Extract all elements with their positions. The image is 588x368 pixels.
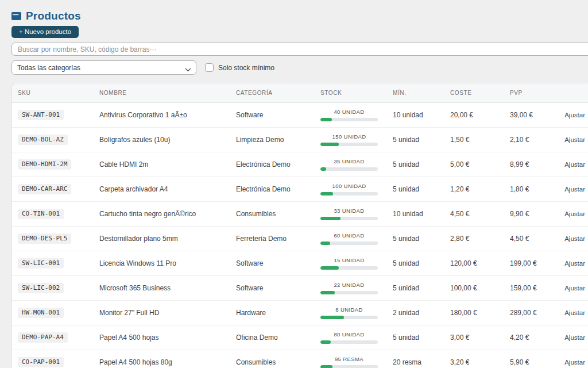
product-category: Consumibles	[230, 201, 315, 226]
product-category: Software	[230, 251, 315, 275]
pvp-value: 8,99 €	[504, 152, 556, 177]
stock-progress-fill	[320, 266, 339, 270]
pvp-value: 2,10 €	[504, 127, 556, 152]
product-name: Papel A4 500 hojas 80g	[94, 350, 230, 368]
adjust-button[interactable]: Ajustar	[564, 309, 585, 316]
stock-progress-fill	[320, 167, 326, 171]
table-row: DEMO-HDMI-2M Cable HDMI 2m Electrónica D…	[12, 152, 588, 177]
adjust-button[interactable]: Ajustar	[564, 112, 585, 118]
stock-progress-fill	[320, 118, 332, 121]
sku-badge: DEMO-HDMI-2M	[18, 159, 71, 170]
adjust-button[interactable]: Ajustar	[564, 161, 585, 168]
products-box-icon	[11, 12, 21, 20]
cost-value: 180,00 €	[444, 300, 504, 325]
stock-progress-track	[320, 291, 378, 294]
product-category: Electrónica Demo	[230, 152, 315, 177]
table-row: DEMO-CAR-ARC Carpeta archivador A4 Elect…	[12, 177, 588, 201]
stock-label: 8 UNIDAD	[320, 306, 378, 313]
stock-min-label[interactable]: Solo stock mínimo	[218, 64, 274, 72]
min-stock-value: 2 unidad	[387, 300, 444, 325]
stock-label: 15 UNIDAD	[320, 257, 378, 263]
stock-cell: 8 UNIDAD	[320, 306, 378, 319]
stock-progress-fill	[320, 192, 333, 195]
product-name: Papel A4 500 hojas	[94, 325, 230, 350]
min-stock-value: 5 unidad	[387, 177, 444, 201]
adjust-button[interactable]: Ajustar	[564, 334, 585, 341]
stock-cell: 15 UNIDAD	[320, 257, 378, 270]
stock-cell: 80 UNIDAD	[320, 331, 378, 344]
cost-value: 3,00 €	[444, 325, 504, 350]
product-name: Destornillador plano 5mm	[94, 226, 230, 251]
adjust-button[interactable]: Ajustar	[564, 235, 585, 242]
stock-progress-fill	[320, 365, 332, 368]
products-table: SKU NOMBRE CATEGORÍA STOCK MÍN. COSTE PV…	[12, 83, 588, 368]
table-row: CO-PAP-001 Papel A4 500 hojas 80g Consum…	[12, 350, 588, 368]
stock-min-filter: Solo stock mínimo	[205, 63, 274, 72]
adjust-button[interactable]: Ajustar	[564, 359, 585, 366]
col-header-sku: SKU	[12, 83, 94, 102]
product-name: Licencia Windows 11 Pro	[94, 251, 230, 275]
page-header: Productos	[11, 10, 588, 22]
table-row: HW-MON-001 Monitor 27" Full HD Hardware …	[12, 300, 588, 325]
adjust-button[interactable]: Ajustar	[564, 210, 585, 217]
col-header-coste: COSTE	[444, 83, 504, 102]
product-name: Cable HDMI 2m	[94, 152, 230, 177]
cost-value: 20,00 €	[444, 102, 504, 127]
cost-value: 1,50 €	[444, 127, 504, 152]
stock-label: 80 UNIDAD	[320, 331, 378, 338]
product-category: Hardware	[230, 300, 315, 325]
pvp-value: 1,80 €	[504, 177, 556, 201]
stock-progress-fill	[320, 316, 344, 319]
pvp-value: 4,20 €	[504, 325, 556, 350]
stock-cell: 150 UNIDAD	[320, 133, 378, 146]
adjust-button[interactable]: Ajustar	[564, 285, 585, 292]
table-row: DEMO-DES-PL5 Destornillador plano 5mm Fe…	[12, 226, 588, 251]
table-row: DEMO-BOL-AZ Bolígrafos azules (10u) Limp…	[12, 127, 588, 152]
stock-progress-track	[320, 340, 378, 344]
cost-value: 4,50 €	[444, 201, 504, 226]
sku-badge: HW-MON-001	[18, 308, 64, 318]
min-stock-value: 5 unidad	[387, 325, 444, 350]
min-stock-value: 10 unidad	[387, 201, 444, 226]
table-row: SW-LIC-002 Microsoft 365 Business Softwa…	[12, 275, 588, 300]
sku-badge: SW-LIC-001	[18, 258, 64, 269]
stock-progress-track	[320, 266, 378, 270]
stock-min-checkbox[interactable]	[205, 63, 214, 72]
col-header-actions	[556, 83, 588, 102]
stock-cell: 40 UNIDAD	[320, 109, 378, 121]
min-stock-value: 20 resma	[387, 350, 444, 368]
stock-progress-fill	[320, 143, 339, 146]
table-row: SW-ANT-001 Antivirus Corporativo 1 aÃ±o …	[12, 102, 588, 127]
stock-label: 22 UNIDAD	[320, 282, 378, 288]
stock-progress-track	[320, 118, 378, 121]
adjust-button[interactable]: Ajustar	[564, 186, 585, 193]
adjust-button[interactable]: Ajustar	[564, 136, 585, 143]
product-name: Cartucho tinta negro genÃ©rico	[94, 201, 230, 226]
sku-badge: DEMO-CAR-ARC	[18, 184, 71, 194]
stock-progress-fill	[320, 241, 330, 245]
category-select[interactable]: Todas las categorías	[11, 60, 196, 75]
stock-cell: 95 RESMA	[320, 356, 378, 368]
stock-progress-track	[320, 365, 378, 368]
min-stock-value: 10 unidad	[387, 102, 444, 127]
search-input[interactable]	[11, 43, 588, 56]
stock-label: 40 UNIDAD	[320, 109, 378, 115]
stock-cell: 60 UNIDAD	[320, 232, 378, 245]
stock-progress-track	[320, 192, 378, 195]
product-table-body: SW-ANT-001 Antivirus Corporativo 1 aÃ±o …	[12, 102, 588, 368]
adjust-button[interactable]: Ajustar	[564, 260, 585, 267]
col-header-nombre: NOMBRE	[94, 83, 230, 102]
stock-cell: 33 UNIDAD	[320, 208, 378, 220]
sku-badge: DEMO-DES-PL5	[18, 233, 71, 244]
filter-bar: Todas las categorías Solo stock mínimo	[11, 60, 588, 75]
stock-label: 33 UNIDAD	[320, 208, 378, 214]
min-stock-value: 5 unidad	[387, 152, 444, 177]
product-category: Software	[230, 275, 315, 300]
new-product-button[interactable]: + Nuevo producto	[11, 26, 79, 38]
stock-progress-track	[320, 316, 378, 319]
product-category: Oficina Demo	[230, 325, 315, 350]
stock-cell: 22 UNIDAD	[320, 282, 378, 294]
stock-progress-track	[320, 167, 378, 171]
product-name: Microsoft 365 Business	[94, 275, 230, 300]
product-category: Ferretería Demo	[230, 226, 315, 251]
